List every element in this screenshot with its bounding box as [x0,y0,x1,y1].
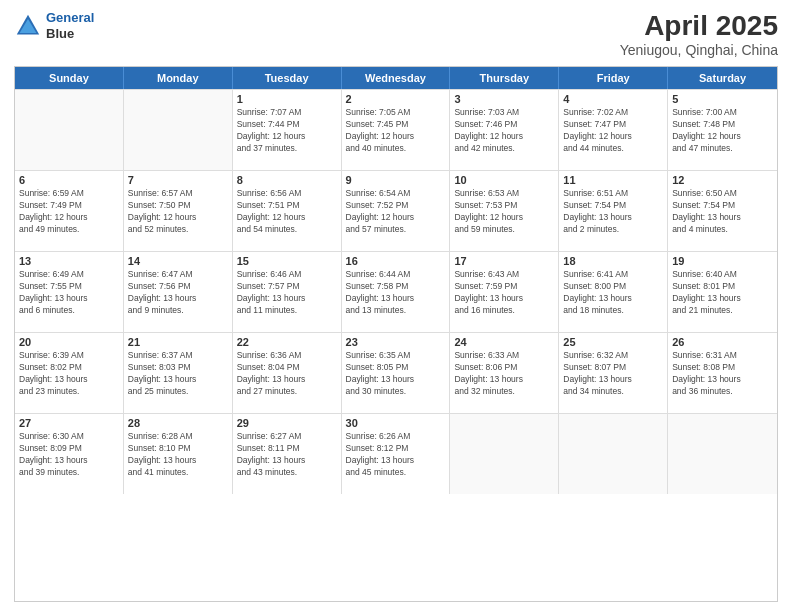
day-info: Sunrise: 6:51 AM Sunset: 7:54 PM Dayligh… [563,188,663,236]
day-number: 13 [19,255,119,267]
day-info: Sunrise: 6:49 AM Sunset: 7:55 PM Dayligh… [19,269,119,317]
calendar-day-11: 11Sunrise: 6:51 AM Sunset: 7:54 PM Dayli… [559,171,668,251]
day-number: 5 [672,93,773,105]
day-info: Sunrise: 6:41 AM Sunset: 8:00 PM Dayligh… [563,269,663,317]
day-number: 1 [237,93,337,105]
calendar-day-5: 5Sunrise: 7:00 AM Sunset: 7:48 PM Daylig… [668,90,777,170]
page: General Blue April 2025 Yeniugou, Qingha… [0,0,792,612]
day-info: Sunrise: 7:03 AM Sunset: 7:46 PM Dayligh… [454,107,554,155]
main-title: April 2025 [620,10,778,42]
day-number: 28 [128,417,228,429]
day-info: Sunrise: 6:30 AM Sunset: 8:09 PM Dayligh… [19,431,119,479]
title-section: April 2025 Yeniugou, Qinghai, China [620,10,778,58]
day-number: 7 [128,174,228,186]
day-info: Sunrise: 6:28 AM Sunset: 8:10 PM Dayligh… [128,431,228,479]
day-number: 25 [563,336,663,348]
subtitle: Yeniugou, Qinghai, China [620,42,778,58]
calendar-day-29: 29Sunrise: 6:27 AM Sunset: 8:11 PM Dayli… [233,414,342,494]
calendar-header-row: SundayMondayTuesdayWednesdayThursdayFrid… [15,67,777,89]
day-number: 27 [19,417,119,429]
day-number: 22 [237,336,337,348]
header: General Blue April 2025 Yeniugou, Qingha… [14,10,778,58]
header-day-sunday: Sunday [15,67,124,89]
calendar: SundayMondayTuesdayWednesdayThursdayFrid… [14,66,778,602]
calendar-day-8: 8Sunrise: 6:56 AM Sunset: 7:51 PM Daylig… [233,171,342,251]
calendar-day-empty [15,90,124,170]
calendar-day-23: 23Sunrise: 6:35 AM Sunset: 8:05 PM Dayli… [342,333,451,413]
day-info: Sunrise: 6:44 AM Sunset: 7:58 PM Dayligh… [346,269,446,317]
day-info: Sunrise: 6:33 AM Sunset: 8:06 PM Dayligh… [454,350,554,398]
day-number: 4 [563,93,663,105]
day-info: Sunrise: 7:05 AM Sunset: 7:45 PM Dayligh… [346,107,446,155]
calendar-week-4: 27Sunrise: 6:30 AM Sunset: 8:09 PM Dayli… [15,413,777,494]
calendar-day-13: 13Sunrise: 6:49 AM Sunset: 7:55 PM Dayli… [15,252,124,332]
day-number: 8 [237,174,337,186]
calendar-day-18: 18Sunrise: 6:41 AM Sunset: 8:00 PM Dayli… [559,252,668,332]
day-info: Sunrise: 6:46 AM Sunset: 7:57 PM Dayligh… [237,269,337,317]
day-info: Sunrise: 6:27 AM Sunset: 8:11 PM Dayligh… [237,431,337,479]
calendar-day-15: 15Sunrise: 6:46 AM Sunset: 7:57 PM Dayli… [233,252,342,332]
day-info: Sunrise: 6:31 AM Sunset: 8:08 PM Dayligh… [672,350,773,398]
day-number: 17 [454,255,554,267]
day-number: 30 [346,417,446,429]
day-info: Sunrise: 6:37 AM Sunset: 8:03 PM Dayligh… [128,350,228,398]
calendar-day-14: 14Sunrise: 6:47 AM Sunset: 7:56 PM Dayli… [124,252,233,332]
day-info: Sunrise: 7:07 AM Sunset: 7:44 PM Dayligh… [237,107,337,155]
calendar-week-3: 20Sunrise: 6:39 AM Sunset: 8:02 PM Dayli… [15,332,777,413]
logo-icon [14,12,42,40]
day-info: Sunrise: 6:59 AM Sunset: 7:49 PM Dayligh… [19,188,119,236]
day-number: 21 [128,336,228,348]
day-info: Sunrise: 6:43 AM Sunset: 7:59 PM Dayligh… [454,269,554,317]
day-info: Sunrise: 6:39 AM Sunset: 8:02 PM Dayligh… [19,350,119,398]
day-info: Sunrise: 6:53 AM Sunset: 7:53 PM Dayligh… [454,188,554,236]
day-info: Sunrise: 6:32 AM Sunset: 8:07 PM Dayligh… [563,350,663,398]
calendar-day-10: 10Sunrise: 6:53 AM Sunset: 7:53 PM Dayli… [450,171,559,251]
day-number: 15 [237,255,337,267]
calendar-day-empty [124,90,233,170]
calendar-day-1: 1Sunrise: 7:07 AM Sunset: 7:44 PM Daylig… [233,90,342,170]
day-number: 14 [128,255,228,267]
day-number: 18 [563,255,663,267]
day-info: Sunrise: 7:00 AM Sunset: 7:48 PM Dayligh… [672,107,773,155]
day-info: Sunrise: 6:35 AM Sunset: 8:05 PM Dayligh… [346,350,446,398]
header-day-saturday: Saturday [668,67,777,89]
calendar-day-20: 20Sunrise: 6:39 AM Sunset: 8:02 PM Dayli… [15,333,124,413]
calendar-day-21: 21Sunrise: 6:37 AM Sunset: 8:03 PM Dayli… [124,333,233,413]
calendar-day-22: 22Sunrise: 6:36 AM Sunset: 8:04 PM Dayli… [233,333,342,413]
calendar-day-3: 3Sunrise: 7:03 AM Sunset: 7:46 PM Daylig… [450,90,559,170]
calendar-day-empty [559,414,668,494]
calendar-week-2: 13Sunrise: 6:49 AM Sunset: 7:55 PM Dayli… [15,251,777,332]
calendar-week-0: 1Sunrise: 7:07 AM Sunset: 7:44 PM Daylig… [15,89,777,170]
day-number: 20 [19,336,119,348]
calendar-day-9: 9Sunrise: 6:54 AM Sunset: 7:52 PM Daylig… [342,171,451,251]
calendar-day-empty [450,414,559,494]
day-number: 6 [19,174,119,186]
calendar-week-1: 6Sunrise: 6:59 AM Sunset: 7:49 PM Daylig… [15,170,777,251]
day-number: 16 [346,255,446,267]
header-day-wednesday: Wednesday [342,67,451,89]
header-day-monday: Monday [124,67,233,89]
day-info: Sunrise: 6:40 AM Sunset: 8:01 PM Dayligh… [672,269,773,317]
calendar-day-7: 7Sunrise: 6:57 AM Sunset: 7:50 PM Daylig… [124,171,233,251]
day-number: 12 [672,174,773,186]
calendar-day-19: 19Sunrise: 6:40 AM Sunset: 8:01 PM Dayli… [668,252,777,332]
day-number: 11 [563,174,663,186]
calendar-day-empty [668,414,777,494]
day-info: Sunrise: 7:02 AM Sunset: 7:47 PM Dayligh… [563,107,663,155]
day-number: 9 [346,174,446,186]
calendar-day-25: 25Sunrise: 6:32 AM Sunset: 8:07 PM Dayli… [559,333,668,413]
day-info: Sunrise: 6:50 AM Sunset: 7:54 PM Dayligh… [672,188,773,236]
calendar-day-12: 12Sunrise: 6:50 AM Sunset: 7:54 PM Dayli… [668,171,777,251]
header-day-thursday: Thursday [450,67,559,89]
calendar-day-28: 28Sunrise: 6:28 AM Sunset: 8:10 PM Dayli… [124,414,233,494]
day-number: 23 [346,336,446,348]
day-info: Sunrise: 6:47 AM Sunset: 7:56 PM Dayligh… [128,269,228,317]
day-number: 24 [454,336,554,348]
day-info: Sunrise: 6:36 AM Sunset: 8:04 PM Dayligh… [237,350,337,398]
day-info: Sunrise: 6:56 AM Sunset: 7:51 PM Dayligh… [237,188,337,236]
logo-text: General Blue [46,10,94,41]
calendar-day-4: 4Sunrise: 7:02 AM Sunset: 7:47 PM Daylig… [559,90,668,170]
logo: General Blue [14,10,94,41]
calendar-day-30: 30Sunrise: 6:26 AM Sunset: 8:12 PM Dayli… [342,414,451,494]
calendar-day-2: 2Sunrise: 7:05 AM Sunset: 7:45 PM Daylig… [342,90,451,170]
